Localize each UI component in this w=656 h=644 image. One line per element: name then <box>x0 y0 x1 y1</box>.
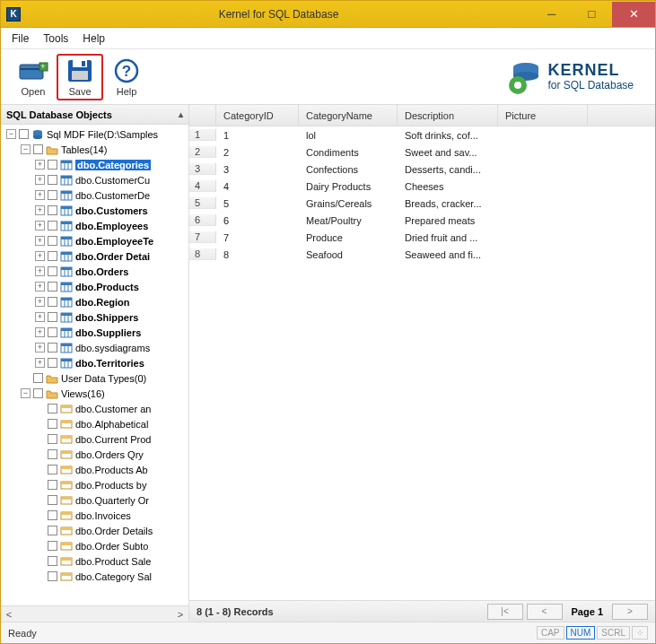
table-row[interactable]: 22CondimentsSweet and sav... <box>189 144 655 161</box>
tree-table-12[interactable]: +dbo.sysdiagrams <box>1 340 188 355</box>
expand-icon[interactable]: + <box>35 251 45 261</box>
expand-icon[interactable]: + <box>35 312 45 322</box>
tree-table-8[interactable]: +dbo.Products <box>1 279 188 294</box>
tree-table-9[interactable]: +dbo.Region <box>1 294 188 309</box>
expand-icon[interactable]: + <box>35 221 45 231</box>
horizontal-scrollbar[interactable]: < > <box>1 605 188 622</box>
checkbox[interactable] <box>48 297 57 307</box>
checkbox[interactable] <box>48 434 57 444</box>
checkbox[interactable] <box>48 358 57 368</box>
grid-col-description[interactable]: Description <box>398 105 498 126</box>
table-row[interactable]: 77ProduceDried fruit and ... <box>189 229 655 246</box>
expand-icon[interactable]: − <box>21 388 31 398</box>
checkbox[interactable] <box>48 343 57 352</box>
checkbox[interactable] <box>48 205 57 215</box>
checkbox[interactable] <box>48 266 57 276</box>
maximize-button[interactable]: □ <box>572 2 612 27</box>
tree-view-1[interactable]: dbo.Alphabetical <box>1 416 188 431</box>
checkbox[interactable] <box>48 510 57 520</box>
checkbox[interactable] <box>48 160 57 170</box>
expand-icon[interactable]: + <box>35 175 45 185</box>
tree-table-1[interactable]: +dbo.CustomerCu <box>1 172 188 187</box>
tree-table-13[interactable]: +dbo.Territories <box>1 355 188 370</box>
table-row[interactable]: 66Meat/PoultryPrepared meats <box>189 212 655 229</box>
tree-udt[interactable]: User Data Types(0) <box>1 370 188 386</box>
tree-view-6[interactable]: dbo.Quarterly Or <box>1 492 188 508</box>
pager-first[interactable]: |< <box>487 604 523 620</box>
grid-col-picture[interactable]: Picture <box>498 105 588 126</box>
tree-view-11[interactable]: dbo.Category Sal <box>1 569 188 584</box>
pager-prev[interactable]: < <box>527 604 563 620</box>
tree-views[interactable]: −Views(16) <box>1 386 188 401</box>
tree-table-7[interactable]: +dbo.Orders <box>1 264 188 279</box>
checkbox[interactable] <box>48 449 57 459</box>
tree-view-3[interactable]: dbo.Orders Qry <box>1 447 188 462</box>
checkbox[interactable] <box>48 465 57 474</box>
sidebar-header[interactable]: SQL Database Objects ▴ <box>1 105 188 125</box>
checkbox[interactable] <box>48 419 57 429</box>
help-button[interactable]: ? Help <box>103 56 150 99</box>
table-row[interactable]: 88SeafoodSeaweed and fi... <box>189 246 655 263</box>
tree-table-0[interactable]: +dbo.Categories <box>1 157 188 172</box>
checkbox[interactable] <box>33 388 43 398</box>
checkbox[interactable] <box>48 251 57 261</box>
menu-help[interactable]: Help <box>83 32 105 45</box>
tree-table-6[interactable]: +dbo.Order Detai <box>1 248 188 264</box>
tree-table-10[interactable]: +dbo.Shippers <box>1 309 188 325</box>
tree-view[interactable]: −Sql MDF File(D:\Samples−Tables(14)+dbo.… <box>1 125 188 605</box>
tree-view-0[interactable]: dbo.Customer an <box>1 401 188 416</box>
expand-icon[interactable]: + <box>35 282 45 292</box>
table-row[interactable]: 11lolSoft drinks, cof... <box>189 126 655 144</box>
tree-view-5[interactable]: dbo.Products by <box>1 477 188 492</box>
expand-icon[interactable]: − <box>6 129 16 139</box>
checkbox[interactable] <box>48 541 57 551</box>
checkbox[interactable] <box>48 236 57 246</box>
checkbox[interactable] <box>48 480 57 490</box>
menu-file[interactable]: File <box>12 32 29 45</box>
checkbox[interactable] <box>48 404 57 413</box>
tree-table-5[interactable]: +dbo.EmployeeTe <box>1 233 188 248</box>
tree-table-2[interactable]: +dbo.CustomerDe <box>1 187 188 203</box>
tree-table-11[interactable]: +dbo.Suppliers <box>1 325 188 340</box>
pager-next[interactable]: > <box>612 604 648 620</box>
close-button[interactable]: ✕ <box>612 2 655 27</box>
expand-icon[interactable]: + <box>35 266 45 276</box>
tree-view-10[interactable]: dbo.Product Sale <box>1 553 188 569</box>
expand-icon[interactable]: + <box>35 343 45 352</box>
tree-tables[interactable]: −Tables(14) <box>1 142 188 157</box>
expand-icon[interactable]: + <box>35 327 45 337</box>
tree-view-9[interactable]: dbo.Order Subto <box>1 538 188 553</box>
table-row[interactable]: 44Dairy ProductsCheeses <box>189 178 655 195</box>
tree-view-7[interactable]: dbo.Invoices <box>1 508 188 523</box>
tree-root[interactable]: −Sql MDF File(D:\Samples <box>1 126 188 142</box>
checkbox[interactable] <box>48 190 57 200</box>
checkbox[interactable] <box>19 129 29 139</box>
tree-table-4[interactable]: +dbo.Employees <box>1 218 188 233</box>
expand-icon[interactable]: − <box>21 144 31 154</box>
tree-view-2[interactable]: dbo.Current Prod <box>1 431 188 447</box>
expand-icon[interactable]: + <box>35 358 45 368</box>
checkbox[interactable] <box>33 373 43 383</box>
expand-icon[interactable]: + <box>35 236 45 246</box>
minimize-button[interactable]: ─ <box>531 2 572 27</box>
table-row[interactable]: 55Grains/CerealsBreads, cracker... <box>189 195 655 212</box>
expand-icon[interactable]: + <box>35 190 45 200</box>
scroll-right[interactable]: > <box>172 609 188 620</box>
checkbox[interactable] <box>48 175 57 185</box>
menu-tools[interactable]: Tools <box>43 32 68 45</box>
checkbox[interactable] <box>48 526 57 535</box>
grid-rownum-header[interactable] <box>189 105 216 126</box>
checkbox[interactable] <box>48 221 57 231</box>
save-button[interactable]: Save <box>57 54 103 100</box>
grid-col-categoryname[interactable]: CategoryName <box>299 105 398 126</box>
checkbox[interactable] <box>33 144 43 154</box>
open-button[interactable]: + Open <box>10 56 57 99</box>
scroll-left[interactable]: < <box>1 609 17 620</box>
tree-view-8[interactable]: dbo.Order Details <box>1 523 188 538</box>
checkbox[interactable] <box>48 495 57 505</box>
tree-view-4[interactable]: dbo.Products Ab <box>1 462 188 477</box>
expand-icon[interactable]: + <box>35 205 45 215</box>
table-row[interactable]: 33ConfectionsDesserts, candi... <box>189 161 655 178</box>
checkbox[interactable] <box>48 571 57 581</box>
checkbox[interactable] <box>48 327 57 337</box>
